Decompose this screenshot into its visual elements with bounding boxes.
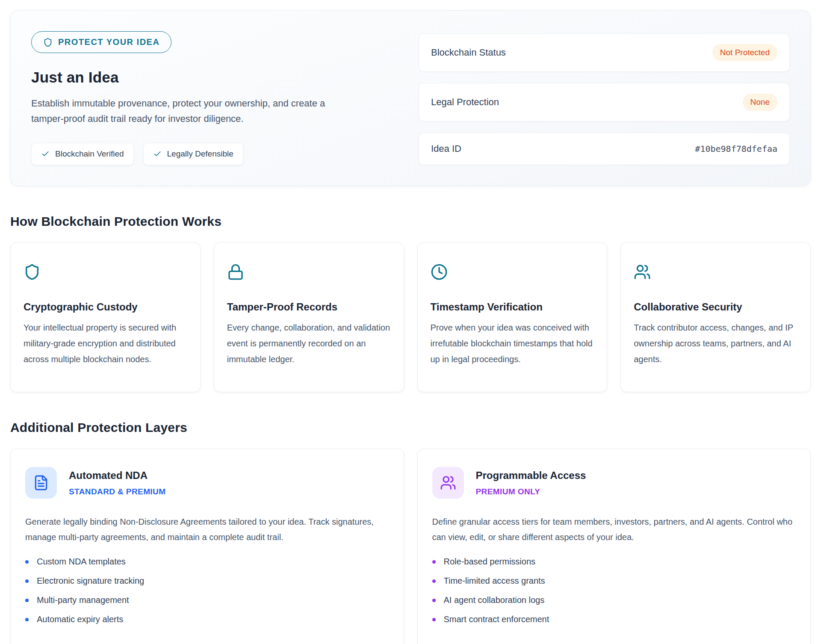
tag-label: Legally Defensible — [167, 149, 233, 159]
status-badge: Not Protected — [712, 44, 777, 61]
layer-heading-text: Programmable Access PREMIUM ONLY — [476, 470, 586, 496]
layer-header: Automated NDA STANDARD & PREMIUM — [25, 467, 389, 499]
hero-intro: PROTECT YOUR IDEA Just an Idea Establish… — [31, 31, 395, 165]
stat-row-blockchain-status: Blockchain Status Not Protected — [419, 33, 790, 72]
bullet-dot — [432, 618, 436, 621]
layer-feature-list: Custom NDA templates Electronic signatur… — [25, 557, 389, 624]
idea-id-value: #10be98f78dfefaa — [695, 144, 777, 154]
layer-tier-badge: PREMIUM ONLY — [476, 487, 586, 496]
feature-title: Timestamp Verification — [431, 301, 594, 313]
shield-icon — [43, 38, 53, 47]
feature-text: Custom NDA templates — [37, 557, 126, 567]
stat-label: Legal Protection — [431, 97, 499, 108]
list-item: Automatic expiry alerts — [25, 614, 389, 624]
layer-card-automated-nda: Automated NDA STANDARD & PREMIUM Generat… — [10, 449, 404, 644]
bullet-dot — [25, 599, 29, 602]
lock-icon — [227, 263, 391, 282]
stat-label: Idea ID — [431, 143, 461, 154]
layer-title: Programmable Access — [476, 470, 586, 482]
feature-title: Tamper-Proof Records — [227, 301, 391, 313]
feature-text: Smart contract enforcement — [444, 614, 549, 624]
list-item: AI agent collaboration logs — [432, 595, 796, 605]
feature-card-cryptographic-custody: Cryptographic Custody Your intellectual … — [10, 242, 201, 392]
layer-feature-list: Role-based permissions Time-limited acce… — [432, 557, 796, 624]
protect-your-idea-badge: PROTECT YOUR IDEA — [31, 31, 171, 53]
feature-card-collaborative-security: Collaborative Security Track contributor… — [620, 242, 811, 392]
stat-row-legal-protection: Legal Protection None — [419, 83, 790, 121]
layer-title: Automated NDA — [69, 470, 165, 482]
stat-label: Blockchain Status — [431, 47, 506, 58]
file-text-icon — [25, 467, 57, 499]
list-item: Custom NDA templates — [25, 557, 389, 567]
feature-body: Track contributor access, changes, and I… — [634, 320, 797, 367]
layer-card-programmable-access: Programmable Access PREMIUM ONLY Define … — [417, 449, 811, 644]
layer-grid: Automated NDA STANDARD & PREMIUM Generat… — [10, 449, 811, 644]
section-heading-how-it-works: How Blockchain Protection Works — [10, 214, 811, 229]
bullet-dot — [25, 579, 29, 583]
section-heading-additional-layers: Additional Protection Layers — [10, 420, 811, 435]
feature-text: Multi-party management — [37, 595, 129, 605]
bullet-dot — [432, 599, 436, 602]
feature-grid: Cryptographic Custody Your intellectual … — [10, 242, 811, 392]
feature-text: Time-limited access grants — [444, 576, 545, 586]
feature-title: Cryptographic Custody — [24, 301, 187, 313]
list-item: Role-based permissions — [432, 557, 796, 567]
page-title: Just an Idea — [31, 69, 395, 86]
badge-label: PROTECT YOUR IDEA — [58, 37, 159, 47]
feature-title: Collaborative Security — [634, 301, 797, 313]
feature-body: Your intellectual property is secured wi… — [24, 320, 187, 367]
hero-card: PROTECT YOUR IDEA Just an Idea Establish… — [10, 10, 811, 186]
clock-icon — [431, 263, 594, 282]
list-item: Electronic signature tracking — [25, 576, 389, 586]
list-item: Multi-party management — [25, 595, 389, 605]
check-icon — [153, 150, 162, 158]
bullet-dot — [25, 618, 29, 621]
check-icon — [41, 150, 50, 158]
feature-text: Automatic expiry alerts — [37, 614, 123, 624]
status-panel: Blockchain Status Not Protected Legal Pr… — [419, 31, 790, 165]
feature-card-tamper-proof-records: Tamper-Proof Records Every change, colla… — [214, 242, 404, 392]
layer-description: Generate legally binding Non-Disclosure … — [25, 514, 389, 545]
layer-tier-badge: STANDARD & PREMIUM — [69, 487, 165, 496]
feature-text: Role-based permissions — [444, 557, 536, 567]
bullet-dot — [432, 560, 436, 564]
feature-text: AI agent collaboration logs — [444, 595, 545, 605]
tag-legally-defensible: Legally Defensible — [143, 143, 243, 165]
layer-description: Define granular access tiers for team me… — [432, 514, 796, 545]
hero-tags: Blockchain Verified Legally Defensible — [31, 143, 395, 165]
list-item: Time-limited access grants — [432, 576, 796, 586]
users-icon — [432, 467, 464, 499]
idea-protection-page: PROTECT YOUR IDEA Just an Idea Establish… — [0, 0, 821, 644]
layer-header: Programmable Access PREMIUM ONLY — [432, 467, 796, 499]
layer-heading-text: Automated NDA STANDARD & PREMIUM — [69, 470, 165, 496]
hero-description: Establish immutable provenance, protect … — [31, 96, 331, 127]
tag-blockchain-verified: Blockchain Verified — [31, 143, 134, 165]
stat-row-idea-id: Idea ID #10be98f78dfefaa — [419, 133, 790, 165]
list-item: Smart contract enforcement — [432, 614, 796, 624]
shield-icon — [24, 263, 187, 282]
feature-body: Every change, collaboration, and validat… — [227, 320, 391, 367]
users-icon — [634, 263, 797, 282]
feature-text: Electronic signature tracking — [37, 576, 144, 586]
feature-body: Prove when your idea was conceived with … — [431, 320, 594, 367]
bullet-dot — [25, 560, 29, 564]
bullet-dot — [432, 579, 436, 583]
tag-label: Blockchain Verified — [55, 149, 124, 159]
feature-card-timestamp-verification: Timestamp Verification Prove when your i… — [417, 242, 608, 392]
status-badge: None — [743, 94, 777, 111]
